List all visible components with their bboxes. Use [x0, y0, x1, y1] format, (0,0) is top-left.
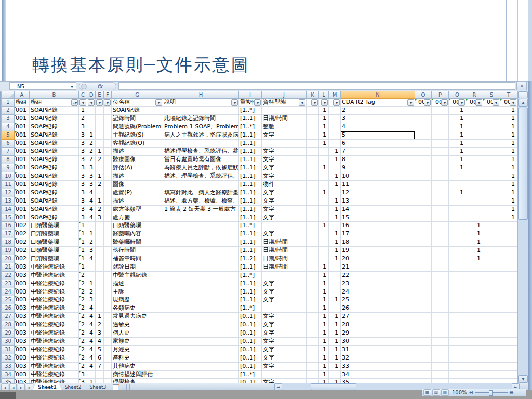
cell-R25[interactable] [466, 296, 483, 304]
cell-N27[interactable]: 27 [341, 313, 415, 321]
cell-P33[interactable] [432, 363, 449, 371]
cell-A5[interactable]: 001 [15, 131, 30, 140]
cell-E4[interactable] [96, 123, 104, 131]
cell-C13[interactable]: 3 [79, 197, 87, 206]
cell-J24[interactable]: 文字 [262, 288, 307, 297]
cell-E21[interactable] [96, 263, 104, 272]
column-header-Q[interactable]: Q [449, 91, 466, 99]
cell-D19[interactable]: 3 [87, 247, 96, 255]
cell-N4[interactable]: 4 [341, 123, 415, 131]
cell-A15[interactable]: 001 [15, 214, 30, 222]
cell-D28[interactable]: 4 [87, 321, 96, 329]
cell-C14[interactable]: 3 [79, 206, 87, 214]
cell-F8[interactable] [104, 156, 112, 164]
cell-P3[interactable] [432, 115, 449, 123]
cell-D4[interactable] [87, 123, 96, 131]
cell-E26[interactable] [96, 304, 104, 313]
cell-M1[interactable]: L(▼ [329, 99, 341, 107]
cell-B5[interactable]: SOAP紀錄 [30, 131, 79, 140]
cell-B28[interactable]: 中醫治療紀錄 [30, 321, 79, 329]
cell-O27[interactable] [415, 313, 432, 321]
cell-J27[interactable]: 文字 [262, 313, 307, 321]
cell-G15[interactable]: 處方箋 [112, 214, 163, 222]
cell-O35[interactable] [415, 379, 432, 383]
cell-K25[interactable] [307, 296, 319, 304]
cell-C11[interactable]: 3 [79, 181, 87, 189]
cell-K4[interactable] [307, 123, 319, 131]
cell-C30[interactable]: 2 [79, 338, 87, 346]
cell-S26[interactable] [483, 304, 500, 313]
cell-T9[interactable]: 1 [500, 164, 517, 172]
row-header-22[interactable]: 22 [2, 272, 15, 280]
cell-N7[interactable]: 7 [341, 148, 415, 156]
cell-M15[interactable]: 1 [329, 214, 341, 222]
cell-Q1[interactable]: 003▼ [449, 99, 466, 107]
column-header-R[interactable]: R [466, 91, 483, 99]
cell-S25[interactable] [483, 296, 500, 304]
cell-D11[interactable]: 3 [87, 181, 96, 189]
cell-H10[interactable]: 描述、理學檢查、系統評估、 [163, 172, 239, 181]
cell-L19[interactable] [319, 247, 329, 255]
cell-O22[interactable] [415, 272, 432, 280]
cell-A9[interactable]: 001 [15, 164, 30, 172]
name-box-dropdown-icon[interactable]: ▼ [69, 83, 75, 89]
cell-I4[interactable]: [1..*] [239, 123, 262, 131]
cell-Q21[interactable] [449, 263, 466, 272]
cell-C29[interactable]: 2 [79, 329, 87, 338]
cell-G29[interactable]: 個人史 [112, 329, 163, 338]
cell-K29[interactable] [307, 329, 319, 338]
cell-K26[interactable] [307, 304, 319, 313]
cell-M16[interactable] [329, 222, 341, 230]
cell-I3[interactable]: [1..1] [239, 115, 262, 123]
cell-I32[interactable]: [0..1] [239, 354, 262, 363]
cell-E13[interactable]: 1 [96, 197, 104, 206]
cell-J5[interactable]: 文字 [262, 131, 307, 140]
cell-N32[interactable]: 32 [341, 354, 415, 363]
cell-C3[interactable]: 2 [79, 115, 87, 123]
cell-E20[interactable] [96, 255, 104, 263]
zoom-slider-thumb[interactable] [489, 390, 493, 396]
cell-J3[interactable]: 日期/時間 [262, 115, 307, 123]
cell-A30[interactable]: 003 [15, 338, 30, 346]
cell-T10[interactable]: 1 [500, 172, 517, 181]
cell-D7[interactable]: 2 [87, 148, 96, 156]
cell-A10[interactable]: 001 [15, 172, 30, 181]
cell-S34[interactable] [483, 371, 500, 379]
cell-C34[interactable]: 3 [79, 371, 87, 379]
cell-O16[interactable] [415, 222, 432, 230]
cell-S2[interactable] [483, 107, 500, 115]
cell-H1[interactable]: 說明▼ [163, 99, 239, 107]
cell-B12[interactable]: SOAP紀錄 [30, 189, 79, 197]
cell-Q20[interactable] [449, 255, 466, 263]
cell-T4[interactable]: 1 [500, 123, 517, 131]
cell-T22[interactable] [500, 272, 517, 280]
cell-T16[interactable] [500, 222, 517, 230]
cell-O7[interactable] [415, 148, 432, 156]
cell-D2[interactable] [87, 107, 96, 115]
row-header-7[interactable]: 7 [2, 148, 15, 156]
cell-A34[interactable]: 003 [15, 371, 30, 379]
cell-Q11[interactable] [449, 181, 466, 189]
cell-S5[interactable] [483, 131, 500, 140]
cell-S33[interactable] [483, 363, 500, 371]
cell-P32[interactable] [432, 354, 449, 363]
cell-S15[interactable] [483, 214, 500, 222]
cell-B16[interactable]: 口頭醫藥囑 [30, 222, 79, 230]
row-header-32[interactable]: 32 [2, 354, 15, 363]
cell-F17[interactable] [104, 230, 112, 238]
cell-H20[interactable] [163, 255, 239, 263]
cell-O32[interactable] [415, 354, 432, 363]
cell-D32[interactable]: 4 [87, 354, 96, 363]
cell-D8[interactable]: 2 [87, 156, 96, 164]
cell-F29[interactable] [104, 329, 112, 338]
cell-O33[interactable] [415, 363, 432, 371]
cell-E32[interactable]: 6 [96, 354, 104, 363]
cell-J7[interactable]: 文字 [262, 148, 307, 156]
cell-R17[interactable]: 1 [466, 230, 483, 238]
cell-C5[interactable]: 3 [79, 131, 87, 140]
cell-F19[interactable] [104, 247, 112, 255]
cell-J21[interactable]: 日期/時間 [262, 263, 307, 272]
cell-F15[interactable] [104, 214, 112, 222]
cell-L35[interactable]: 1 [319, 379, 329, 383]
cell-P2[interactable] [432, 107, 449, 115]
